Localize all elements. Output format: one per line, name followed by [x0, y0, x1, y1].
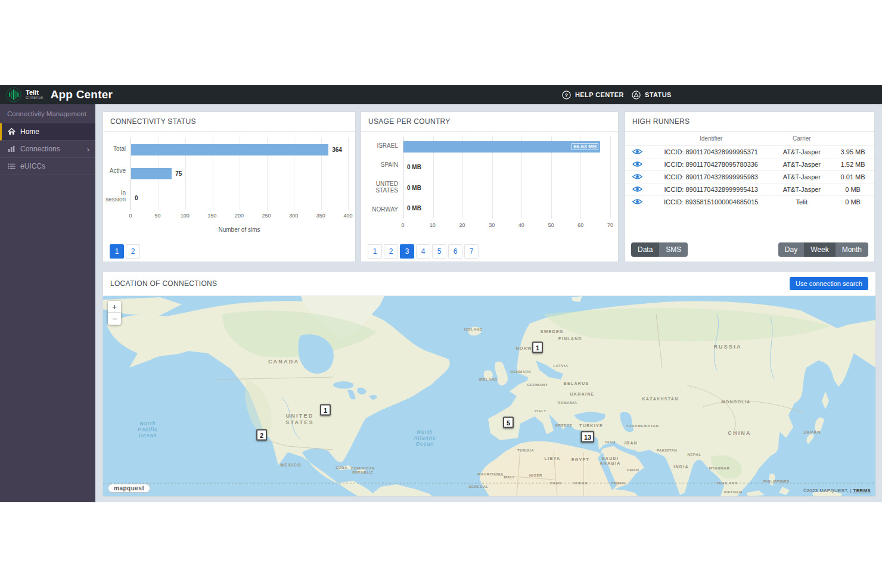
- value-label: 66.63 MB: [572, 143, 598, 150]
- x-tick-label: 30: [489, 222, 495, 228]
- sidebar-section-title: Connectivity Management: [0, 104, 95, 123]
- map-cluster-marker[interactable]: 13: [581, 431, 594, 443]
- help-center-label: HELP CENTER: [575, 91, 624, 98]
- page-button-1[interactable]: 1: [110, 244, 124, 259]
- view-details-eye-icon[interactable]: [632, 198, 642, 205]
- page-button-6[interactable]: 6: [448, 244, 462, 259]
- value: 0 MB: [831, 196, 874, 209]
- high-runner-row: ICCID: 89358151000004685015Telit0 MB: [625, 196, 874, 209]
- value: 1.52 MB: [831, 158, 874, 171]
- plot-area: 364750: [131, 138, 348, 210]
- connectivity-status-chart: TotalActiveIn session 364750 05010015020…: [103, 132, 355, 239]
- bar-row: 364: [131, 144, 348, 155]
- bar: [131, 168, 172, 179]
- map-attribution: ©2023 MAPQUEST, | TERMS: [803, 488, 871, 493]
- usage-per-country-panel: USAGE PER COUNTRY ISRAELSPAINUNITED STAT…: [361, 111, 619, 262]
- page-button-1[interactable]: 1: [368, 244, 382, 259]
- column-header: Identifier: [650, 132, 772, 146]
- top-bar: Telit Cinterion App Center ? HELP CENTER…: [0, 85, 882, 104]
- map-cluster-marker[interactable]: 1: [320, 405, 331, 416]
- x-axis-title: Number of sims: [131, 226, 348, 233]
- identifier: ICCID: 89011704328999995413: [650, 183, 772, 196]
- x-tick-label: 300: [289, 213, 298, 219]
- x-tick-label: 150: [207, 213, 216, 219]
- zoom-out-button[interactable]: −: [108, 313, 121, 325]
- mapquest-logo[interactable]: mapquest: [108, 484, 150, 493]
- carrier: AT&T-Jasper: [772, 183, 832, 196]
- page-button-5[interactable]: 5: [432, 244, 446, 259]
- connectivity-status-panel: CONNECTIVITY STATUS TotalActiveIn sessio…: [103, 111, 356, 262]
- x-tick-label: 0: [401, 222, 404, 228]
- bar-row: 0: [131, 192, 348, 204]
- main-content: CONNECTIVITY STATUS TotalActiveIn sessio…: [95, 104, 882, 502]
- value-label: 75: [175, 170, 182, 177]
- x-tick-label: 250: [262, 213, 271, 219]
- map-cluster-marker[interactable]: 2: [256, 430, 267, 441]
- column-header: Carrier: [772, 132, 832, 146]
- identifier: ICCID: 89011704328999995983: [650, 171, 772, 183]
- x-tick-label: 10: [430, 222, 436, 228]
- bar-row: 75: [131, 168, 348, 179]
- x-axis-ticks: 050100150200250300350400: [131, 213, 348, 220]
- x-tick-label: 70: [607, 222, 613, 228]
- bar-row: 66.63 MB: [403, 141, 610, 153]
- page-button-4[interactable]: 4: [416, 244, 430, 259]
- view-details-eye-icon[interactable]: [632, 161, 642, 167]
- sidebar-item-euiccs[interactable]: eUICCs: [0, 158, 95, 175]
- list-icon: [8, 163, 15, 170]
- page-button-3[interactable]: 3: [400, 244, 414, 259]
- brand-text: Telit Cinterion: [26, 89, 44, 100]
- map-cluster-marker[interactable]: 5: [503, 417, 514, 428]
- x-tick-label: 50: [155, 213, 161, 219]
- category-label: SPAIN: [361, 161, 403, 168]
- table-header-row: IdentifierCarrier: [625, 132, 874, 146]
- map-cluster-marker[interactable]: 1: [532, 342, 543, 353]
- column-header: [625, 132, 650, 146]
- zoom-in-button[interactable]: +: [108, 301, 121, 313]
- status-button[interactable]: STATUS: [632, 85, 672, 104]
- carrier: AT&T-Jasper: [772, 171, 832, 183]
- terms-link[interactable]: TERMS: [853, 488, 871, 493]
- day-button[interactable]: Day: [778, 242, 804, 257]
- help-center-button[interactable]: ? HELP CENTER: [562, 85, 624, 104]
- week-button[interactable]: Week: [804, 242, 835, 257]
- identifier: ICCID: 89011704278095780336: [650, 158, 772, 171]
- month-button[interactable]: Month: [836, 242, 868, 257]
- panel-title: CONNECTIVITY STATUS: [103, 112, 355, 132]
- data-sms-toggle: DataSMS: [631, 242, 688, 257]
- bar: 66.63 MB: [403, 141, 600, 153]
- high-runners-table: IdentifierCarrier ICCID: 890117043289999…: [625, 132, 874, 209]
- x-tick-label: 350: [316, 213, 325, 219]
- gridline: [610, 136, 611, 219]
- sidebar-item-label: Connections: [20, 145, 60, 153]
- attribution-text: ©2023 MAPQUEST, |: [803, 488, 852, 493]
- sidebar-item-connections[interactable]: Connections ›: [0, 141, 95, 158]
- value: 0.01 MB: [831, 171, 874, 183]
- view-details-eye-icon[interactable]: [632, 148, 642, 155]
- high-runner-row: ICCID: 89011704328999995371AT&T-Jasper3.…: [625, 146, 874, 158]
- connectivity-status-pagination: 12: [103, 239, 355, 264]
- category-label: Total: [103, 145, 131, 152]
- chart-icon: [8, 145, 15, 153]
- identifier: ICCID: 89358151000004685015: [650, 196, 772, 209]
- data-button[interactable]: Data: [631, 242, 659, 257]
- carrier: Telit: [772, 196, 832, 209]
- page-button-7[interactable]: 7: [464, 244, 479, 259]
- page-button-2[interactable]: 2: [126, 244, 140, 259]
- plot-area: 66.63 MB0 MB0 MB0 MB: [403, 136, 610, 219]
- page-button-2[interactable]: 2: [384, 244, 398, 259]
- help-icon: ?: [562, 91, 571, 99]
- use-connection-search-button[interactable]: Use connection search: [790, 277, 868, 290]
- view-details-eye-icon[interactable]: [632, 173, 642, 180]
- world-map[interactable]: + − mapquest ©2023 MAPQUEST, | TERMS Nor…: [103, 296, 875, 496]
- sidebar-item-home[interactable]: Home: [0, 123, 95, 141]
- panel-title: LOCATION OF CONNECTIONS: [110, 279, 217, 288]
- identifier: ICCID: 89011704328999995371: [650, 146, 772, 158]
- high-runners-footer: DataSMS DayWeekMonth: [625, 238, 874, 262]
- bar-row: 0 MB: [403, 161, 610, 173]
- location-of-connections-panel: LOCATION OF CONNECTIONS Use connection s…: [103, 271, 876, 497]
- usage-per-country-chart: ISRAELSPAINUNITED STATESNORWAY 66.63 MB0…: [361, 132, 618, 239]
- sms-button[interactable]: SMS: [659, 242, 688, 257]
- x-tick-label: 50: [548, 222, 554, 228]
- view-details-eye-icon[interactable]: [632, 186, 642, 192]
